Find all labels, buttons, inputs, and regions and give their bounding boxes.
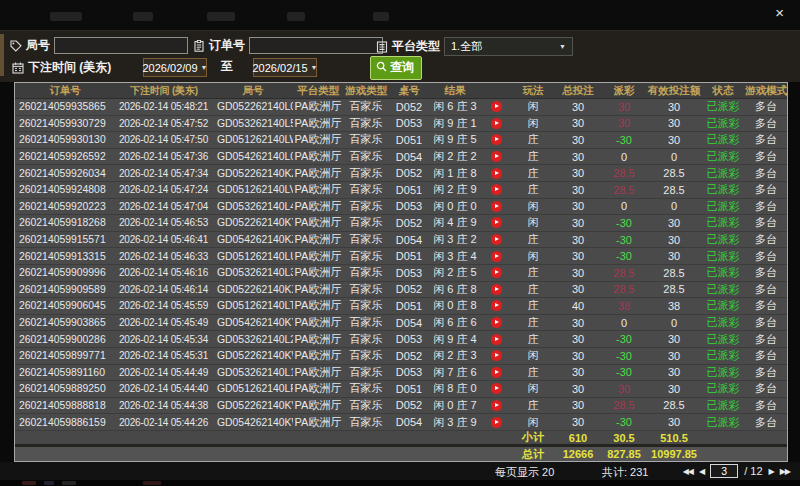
column-header: 派彩 (601, 83, 647, 98)
replay-video-icon[interactable] (491, 400, 502, 411)
replay-video-icon[interactable] (491, 284, 502, 295)
cell-game: 百家乐 (343, 265, 389, 281)
cell-round: GD051262140LT (213, 298, 293, 314)
table-row: 2602140598861592026-02-14 05:44:26GD0542… (15, 414, 787, 431)
cell-total: 30 (555, 248, 601, 264)
platform-select[interactable]: 1.全部 ▼ (444, 37, 573, 56)
replay-video-icon[interactable] (491, 234, 502, 245)
cell-tableNo: D054 (389, 315, 429, 331)
replay-video-icon[interactable] (491, 184, 502, 195)
replay-video-icon[interactable] (491, 201, 502, 212)
cell-tableNo: D052 (389, 282, 429, 298)
replay-video-icon[interactable] (491, 383, 502, 394)
cell-platform: PA欧洲厅 (293, 265, 343, 281)
column-header: 总投注 (555, 83, 601, 98)
cell-valid: 0 (647, 149, 701, 165)
table-row: 2602140599265922026-02-14 05:47:36GD0542… (15, 149, 787, 166)
cell-mode: 多台 (745, 99, 787, 115)
cell-time: 2026-02-14 05:47:04 (115, 199, 213, 215)
order-input[interactable] (249, 37, 383, 54)
cell-total: 30 (555, 99, 601, 115)
replay-video-icon[interactable] (491, 151, 502, 162)
cell-round: GD053262140L4 (213, 199, 293, 215)
cell-total: 30 (555, 199, 601, 215)
cell-mode: 多台 (745, 282, 787, 298)
table-row: 2602140599202232026-02-14 05:47:04GD0532… (15, 199, 787, 216)
cell-platform: PA欧洲厅 (293, 116, 343, 132)
cell-result: 闲 9 庄 5 (429, 132, 481, 148)
cell-game: 百家乐 (343, 99, 389, 115)
date-to-value: 2026/02/15 (253, 62, 308, 74)
result-icon-cell (481, 248, 511, 264)
grand-total-label-valid-bet: 10997.85 (647, 448, 701, 460)
replay-video-icon[interactable] (491, 217, 502, 228)
query-button[interactable]: 查询 (370, 56, 422, 80)
replay-video-icon[interactable] (491, 134, 502, 145)
dimmed-menu-item (207, 12, 235, 21)
cell-result: 闲 2 庄 5 (429, 265, 481, 281)
titlebar: × (0, 0, 800, 30)
column-header: 结果 (429, 83, 481, 98)
replay-video-icon[interactable] (491, 300, 502, 311)
cell-play: 庄 (511, 165, 555, 181)
cell-play: 庄 (511, 265, 555, 281)
cell-round: GD052262140KY (213, 215, 293, 231)
column-header: 订单号 (15, 83, 115, 98)
cell-game: 百家乐 (343, 398, 389, 414)
replay-video-icon[interactable] (491, 350, 502, 361)
replay-video-icon[interactable] (491, 251, 502, 262)
next-page-icon[interactable]: ▶ (769, 465, 774, 478)
cell-time: 2026-02-14 05:47:36 (115, 149, 213, 165)
cell-total: 30 (555, 165, 601, 181)
cell-total: 30 (555, 331, 601, 347)
chevron-down-icon: ▼ (559, 43, 566, 50)
cell-total: 30 (555, 414, 601, 430)
cell-tableNo: D053 (389, 265, 429, 281)
cell-total: 30 (555, 265, 601, 281)
last-page-icon[interactable]: ▶▶ (780, 465, 790, 478)
cell-platform: PA欧洲厅 (293, 232, 343, 248)
cell-total: 30 (555, 365, 601, 381)
replay-video-icon[interactable] (491, 334, 502, 345)
cell-game: 百家乐 (343, 232, 389, 248)
cell-time: 2026-02-14 05:45:49 (115, 315, 213, 331)
replay-video-icon[interactable] (491, 101, 502, 112)
date-from-picker[interactable]: 2026/02/09 ▼ (143, 58, 207, 77)
cell-total: 30 (555, 398, 601, 414)
replay-video-icon[interactable] (491, 417, 502, 428)
cell-platform: PA欧洲厅 (293, 414, 343, 430)
page-number-input[interactable]: 3 (710, 464, 738, 478)
cell-play: 庄 (511, 282, 555, 298)
close-icon[interactable]: × (775, 5, 784, 20)
replay-video-icon[interactable] (491, 317, 502, 328)
cell-status: 已派彩 (701, 182, 745, 198)
cell-status: 已派彩 (701, 348, 745, 364)
replay-video-icon[interactable] (491, 367, 502, 378)
replay-video-icon[interactable] (491, 118, 502, 129)
cell-game: 百家乐 (343, 248, 389, 264)
cell-order: 260214059891160 (15, 365, 115, 381)
cell-result: 闲 2 庄 2 (429, 149, 481, 165)
cell-game: 百家乐 (343, 282, 389, 298)
prev-page-icon[interactable]: ◀ (699, 465, 704, 478)
cell-status: 已派彩 (701, 116, 745, 132)
cell-play: 庄 (511, 132, 555, 148)
date-to-picker[interactable]: 2026/02/15 ▼ (253, 58, 317, 77)
first-page-icon[interactable]: ◀◀ (683, 465, 693, 478)
cell-mode: 多台 (745, 398, 787, 414)
replay-video-icon[interactable] (491, 168, 502, 179)
cell-time: 2026-02-14 05:47:52 (115, 116, 213, 132)
result-icon-cell (481, 232, 511, 248)
cell-mode: 多台 (745, 182, 787, 198)
round-input[interactable] (54, 37, 188, 54)
table-row: 2602140598892502026-02-14 05:44:40GD0512… (15, 381, 787, 398)
cell-platform: PA欧洲厅 (293, 99, 343, 115)
replay-video-icon[interactable] (491, 267, 502, 278)
cell-payout: 0 (601, 149, 647, 165)
result-icon-cell (481, 398, 511, 414)
dimmed-menu-item (287, 12, 305, 21)
cell-round: GD051262140LV (213, 182, 293, 198)
table-body: 2602140599358652026-02-14 05:48:21GD0522… (15, 99, 787, 431)
dimmed-menu-item (133, 12, 153, 21)
cell-game: 百家乐 (343, 315, 389, 331)
